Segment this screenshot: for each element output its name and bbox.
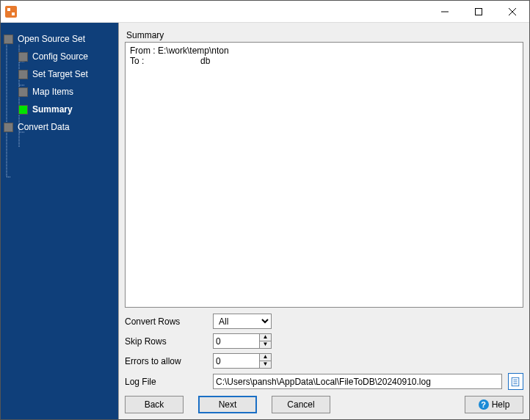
app-icon: [5, 6, 17, 18]
sidebar-item-label: Open Source Set: [18, 34, 85, 44]
window-controls: [428, 1, 529, 22]
sidebar-item-config-source[interactable]: Config Source: [2, 48, 117, 65]
step-box-icon: [18, 52, 28, 62]
spin-down-icon[interactable]: ▼: [260, 361, 271, 369]
app-window: Open Source Set Config Source Set Target…: [0, 0, 530, 420]
logfile-input[interactable]: [213, 374, 502, 389]
help-button[interactable]: ? Help: [465, 396, 523, 413]
sidebar-item-label: Config Source: [32, 51, 88, 62]
step-box-icon: [4, 123, 13, 132]
maximize-button[interactable]: [462, 1, 495, 22]
cancel-button[interactable]: Cancel: [272, 396, 330, 413]
step-box-icon: [4, 35, 13, 44]
skip-rows-label: Skip Rows: [125, 336, 213, 347]
spin-up-icon[interactable]: ▲: [260, 354, 271, 361]
document-icon: [510, 377, 520, 387]
options-form: Convert Rows All Skip Rows ▲ ▼: [125, 314, 523, 390]
sidebar-item-label: Map Items: [32, 87, 73, 97]
main-panel: Summary From : E:\work\temp\nton To : db…: [118, 23, 529, 419]
step-box-icon: [18, 105, 28, 115]
titlebar: [1, 1, 529, 23]
convert-rows-select[interactable]: All: [213, 314, 272, 329]
errors-input[interactable]: [213, 353, 259, 369]
sidebar-item-label: Set Target Set: [32, 69, 88, 79]
spin-down-icon[interactable]: ▼: [260, 341, 271, 349]
back-button[interactable]: Back: [125, 396, 184, 413]
browse-logfile-button[interactable]: [508, 373, 524, 390]
svg-rect-1: [476, 8, 482, 15]
spin-up-icon[interactable]: ▲: [260, 334, 271, 341]
errors-label: Errors to allow: [125, 356, 213, 366]
skip-rows-stepper[interactable]: ▲ ▼: [213, 333, 272, 349]
sidebar-item-summary[interactable]: Summary: [2, 101, 117, 118]
sidebar-item-label: Convert Data: [18, 122, 70, 132]
logfile-label: Log File: [125, 377, 213, 387]
errors-stepper[interactable]: ▲ ▼: [213, 353, 272, 369]
next-button[interactable]: Next: [198, 396, 257, 413]
sidebar-item-open-source-set[interactable]: Open Source Set: [2, 30, 117, 48]
summary-label: Summary: [125, 29, 523, 42]
wizard-buttons: Back Next Cancel ? Help: [125, 396, 523, 413]
step-box-icon: [18, 70, 28, 79]
sidebar-item-label: Summary: [32, 104, 73, 115]
convert-rows-label: Convert Rows: [125, 316, 213, 327]
close-button[interactable]: [495, 1, 529, 22]
sidebar-item-convert-data[interactable]: Convert Data: [2, 118, 117, 136]
summary-textbox[interactable]: From : E:\work\temp\nton To : db: [125, 42, 523, 308]
minimize-button[interactable]: [428, 1, 462, 22]
sidebar-item-map-items[interactable]: Map Items: [2, 83, 117, 101]
help-icon: ?: [479, 399, 489, 410]
sidebar-item-set-target-set[interactable]: Set Target Set: [2, 65, 117, 83]
step-box-icon: [18, 87, 28, 97]
wizard-sidebar: Open Source Set Config Source Set Target…: [1, 23, 118, 419]
skip-rows-input[interactable]: [213, 333, 259, 349]
